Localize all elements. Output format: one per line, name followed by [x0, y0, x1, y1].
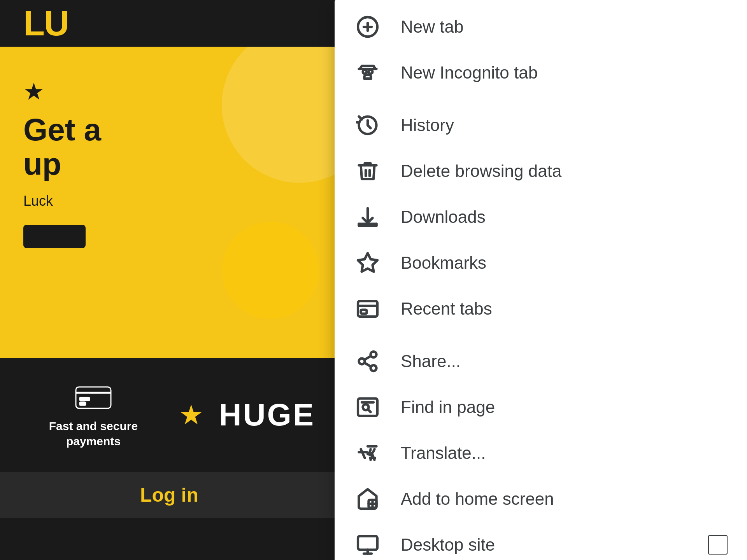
incognito-icon [354, 59, 381, 86]
payment-label: Fast and secure payments [23, 418, 163, 449]
website-content: LU ★ Get a up Luck Fast and secure payme… [0, 0, 338, 560]
find-icon [354, 394, 381, 421]
share-icon [354, 348, 381, 375]
recent-tabs-icon [354, 295, 381, 322]
download-icon [354, 203, 381, 231]
desktop-site-checkbox[interactable] [708, 535, 728, 555]
menu-item-bookmarks[interactable]: Bookmarks [335, 240, 747, 286]
menu-item-share[interactable]: Share... [335, 338, 747, 384]
svg-marker-10 [358, 253, 377, 272]
payment-section: Fast and secure payments [23, 381, 163, 449]
menu-item-find-in-page[interactable]: Find in page [335, 384, 747, 430]
promo-title: Get a up [23, 113, 315, 181]
svg-rect-2 [80, 397, 89, 401]
history-icon [354, 112, 381, 139]
menu-item-delete-browsing-data[interactable]: Delete browsing data [335, 148, 747, 194]
svg-line-17 [364, 356, 371, 360]
svg-point-7 [363, 70, 367, 74]
menu-item-new-incognito-tab[interactable]: New Incognito tab [335, 50, 747, 96]
menu-label-translate: Translate... [401, 443, 728, 463]
website-bottom: Fast and secure payments ★ HUGE [0, 358, 338, 472]
website-header: LU [0, 0, 338, 47]
desktop-icon [354, 531, 381, 558]
trash-icon [354, 158, 381, 185]
menu-label-share: Share... [401, 352, 728, 371]
svg-line-20 [368, 410, 370, 412]
payment-icon [74, 381, 113, 412]
menu-item-desktop-site[interactable]: Desktop site [335, 522, 747, 560]
add-home-icon [354, 485, 381, 513]
menu-label-delete-browsing-data: Delete browsing data [401, 161, 728, 181]
menu-label-bookmarks: Bookmarks [401, 253, 728, 273]
menu-item-history[interactable]: History [335, 102, 747, 148]
menu-label-add-to-home-screen: Add to home screen [401, 489, 728, 509]
login-bar: Log in [0, 472, 338, 518]
menu-label-downloads: Downloads [401, 207, 728, 227]
translate-icon [354, 439, 381, 467]
star-icon [354, 249, 381, 276]
menu-item-downloads[interactable]: Downloads [335, 194, 747, 240]
menu-item-add-to-home-screen[interactable]: Add to home screen [335, 476, 747, 522]
login-button[interactable]: Log in [140, 484, 198, 506]
svg-rect-23 [358, 536, 377, 550]
menu-label-recent-tabs: Recent tabs [401, 299, 728, 318]
menu-label-new-incognito-tab: New Incognito tab [401, 63, 728, 82]
svg-rect-3 [80, 402, 86, 405]
svg-point-8 [369, 70, 373, 74]
menu-item-recent-tabs[interactable]: Recent tabs [335, 286, 747, 332]
menu-label-history: History [401, 116, 728, 135]
promo-button[interactable] [23, 225, 86, 248]
menu-label-desktop-site: Desktop site [401, 535, 689, 555]
menu-label-find-in-page: Find in page [401, 397, 728, 417]
menu-item-new-tab[interactable]: New tab [335, 4, 747, 50]
huge-text: HUGE [219, 397, 315, 433]
menu-divider [335, 335, 747, 335]
menu-divider [335, 99, 747, 99]
promo-sub: Luck [23, 193, 315, 209]
website-yellow-section: ★ Get a up Luck [0, 47, 338, 358]
star-rating: ★ [23, 78, 315, 105]
svg-line-16 [364, 363, 371, 367]
plus-circle-icon [354, 13, 381, 40]
chrome-menu: New tabNew Incognito tabHistoryDelete br… [335, 0, 747, 560]
gold-star: ★ [179, 399, 203, 431]
menu-label-new-tab: New tab [401, 17, 728, 37]
svg-rect-12 [361, 310, 367, 314]
menu-item-translate[interactable]: Translate... [335, 430, 747, 476]
website-logo: LU [23, 4, 68, 44]
